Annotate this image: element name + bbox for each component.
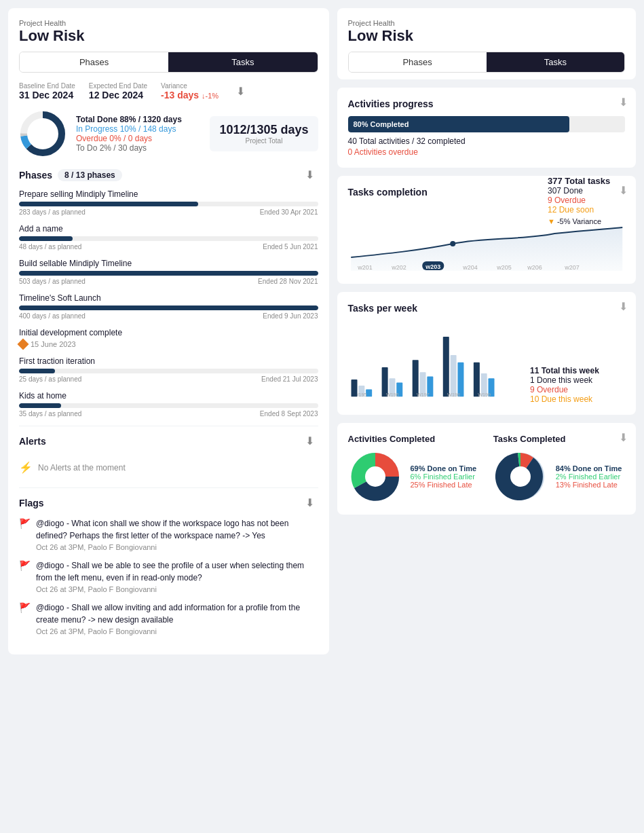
activities-progress-card: ⬇ Activities progress 80% Completed 40 T… [337,88,637,168]
phase-item: Add a name 48 days / as planned Ended 5 … [19,224,318,251]
tab-tasks-right[interactable]: Tasks [487,52,624,72]
phase-bar [19,306,318,310]
dates-download-button[interactable]: ⬇ [232,82,249,100]
phase-meta: 503 days / as planned Ended 28 Nov 2021 [19,278,318,285]
dates-row: Baseline End Date 31 Dec 2024 Expected E… [19,82,318,100]
milestone-date: 15 June 2023 [31,340,76,348]
tc-done: 307 Done [548,186,636,196]
alert-empty-text: No Alerts at the moment [38,463,126,473]
phase-item: Build sellable Mindiply Timeline 503 day… [19,259,318,285]
summary-text: Total Done 88% / 1320 days In Progress 1… [76,115,200,153]
svg-point-13 [450,241,455,246]
svg-text:w203: w203 [425,263,440,270]
tc-variance: ▼-5% Variance [548,217,636,225]
flag-item: 🚩 @diogo - Shall we be able to see the p… [19,559,318,593]
tc-overdue: 9 Overdue [548,196,636,205]
svg-text:w202: w202 [391,264,406,271]
expected-end-date-group: Expected End Date 12 Dec 2024 [89,82,147,100]
alerts-download-button[interactable]: ⬇ [301,433,318,449]
lightning-icon: ⚡ [19,461,33,474]
phase-meta: 35 days / as planned Ended 8 Sept 2023 [19,410,318,418]
phase-ended: Ended 30 Apr 2021 [260,208,318,216]
tasks-per-week-svg: /195 W196 W197 W198 [348,320,520,402]
summary-todo: To Do 2% / 30 days [76,143,200,153]
tasks-pie-group: 84% Done on Time 2% Finished Earlier 13%… [493,449,625,504]
tw-overdue: 9 Overdue [530,385,625,394]
expected-end-date-value: 12 Dec 2024 [89,90,147,100]
svg-rect-14 [351,380,357,396]
phase-days: 283 days / as planned [19,208,86,216]
left-risk: Low Risk [19,27,318,45]
phase-ended: Ended 28 Nov 2021 [258,278,318,285]
phase-bar-wrap [19,236,318,241]
phases-header: Phases 8 / 13 phases ⬇ [19,167,318,183]
flag-text: @diogo - Shall we allow inviting and add… [36,601,318,626]
flags-download-button[interactable]: ⬇ [301,495,318,511]
svg-text:W196: W196 [385,392,398,398]
summary-in-progress: In Progress 10% / 148 days [76,124,200,134]
donut-chart [19,110,67,158]
tasks-completion-stats: 377 Total tasks 307 Done 9 Overdue 12 Du… [548,176,636,225]
svg-text:/195: /195 [357,392,366,398]
flag-item: 🚩 @diogo - Shall we allow inviting and a… [19,601,318,635]
variance-label: Variance [161,82,219,90]
flag-content: @diogo - Shall we be able to see the pro… [36,559,318,593]
svg-text:w205: w205 [496,264,512,271]
task-fin-late: 13% Finished Late [556,481,622,489]
flag-item: 🚩 @diogo - What icon shall we show if th… [19,517,318,551]
phase-days: 400 days / as planned [19,312,86,320]
phase-ended: Ended 9 Jun 2023 [263,312,318,320]
svg-text:W199: W199 [478,392,491,398]
svg-point-37 [510,466,531,487]
baseline-end-date-value: 31 Dec 2024 [19,90,75,100]
tab-phases-right[interactable]: Phases [349,52,487,72]
phase-bar [19,271,318,276]
flag-icon: 🚩 [19,560,31,593]
phases-list: Prepare selling Mindiply Timeline 283 da… [19,189,318,418]
phase-bar [19,202,198,206]
phase-meta: 400 days / as planned Ended 9 Jun 2023 [19,312,318,320]
tasks-per-week-card: ⬇ Tasks per week /195 W196 [337,292,637,415]
variance-value: -13 days [161,90,199,100]
flag-content: @diogo - Shall we allow inviting and add… [36,601,318,635]
alerts-section: Alerts ⬇ ⚡ No Alerts at the moment [19,426,318,479]
variance-pct: ↓-1% [202,92,219,100]
phase-meta: 283 days / as planned Ended 30 Apr 2021 [19,208,318,216]
flags-title: Flags [19,498,44,508]
flag-text: @diogo - What icon shall we show if the … [36,517,318,542]
activities-completed-title: Activities Completed [348,434,480,444]
act-done-on-time: 69% Done on Time [411,464,477,473]
summary-overdue: Overdue 0% / 0 days [76,134,200,143]
phase-bar [19,403,61,408]
activities-download-button[interactable]: ⬇ [619,96,628,109]
summary-done: Total Done 88% / 1320 days [76,115,200,124]
phases-badge: 8 / 13 phases [58,169,122,181]
tab-tasks-left[interactable]: Tasks [168,52,317,72]
svg-text:W197: W197 [417,392,430,398]
milestone-diamond-icon [18,339,29,350]
tab-phases-left[interactable]: Phases [20,52,168,72]
phases-download-button[interactable]: ⬇ [301,167,318,183]
flag-meta: Oct 26 at 3PM, Paolo F Bongiovanni [36,627,318,635]
flag-icon: 🚩 [19,602,31,635]
phase-item: Kids at home 35 days / as planned Ended … [19,391,318,418]
phase-name: Initial development complete [19,328,318,337]
tasks-per-week-stats: 11 Total this week 1 Done this week 9 Ov… [530,366,625,404]
completed-download-button[interactable]: ⬇ [619,431,628,444]
activities-pie-legend: 69% Done on Time 6% Finished Earlier 25%… [411,464,477,489]
tasks-pie [493,449,548,504]
svg-rect-22 [412,360,418,396]
phase-bar-wrap [19,403,318,408]
svg-text:w207: w207 [564,264,580,271]
variance-group: Variance -13 days ↓-1% [161,82,219,100]
svg-rect-26 [442,337,449,396]
tasks-per-week-download-button[interactable]: ⬇ [619,300,628,313]
project-total-label: Project Total [219,137,308,145]
tc-due-soon: 12 Due soon [548,205,636,215]
tw-total: 11 Total this week [530,366,625,375]
task-done-on-time: 84% Done on Time [556,464,622,473]
phase-bar [19,369,55,373]
phase-ended: Ended 5 Jun 2021 [263,243,318,251]
activities-pie-group: 69% Done on Time 6% Finished Earlier 25%… [348,449,480,504]
left-project-health-label: Project Health [19,19,318,27]
